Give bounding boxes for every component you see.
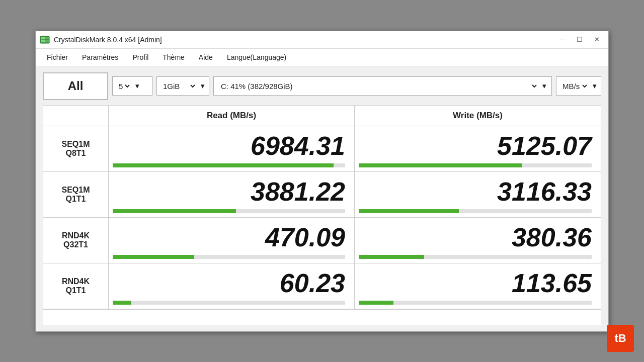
unit-select-container[interactable]: MB/s GB/s IOPS μs ▾ — [556, 76, 601, 96]
unit-chevron-icon: ▾ — [593, 81, 597, 90]
count-select[interactable]: 1 3 5 9 — [117, 81, 131, 91]
drive-chevron-icon: ▾ — [542, 81, 546, 90]
row-0-read-value: 6984.31 — [251, 132, 345, 160]
count-chevron-icon: ▾ — [135, 81, 139, 90]
row-1-label: SEQ1M Q1T1 — [43, 172, 109, 217]
drive-select-container[interactable]: C: 41% (382/928GiB) ▾ — [213, 76, 552, 96]
status-bar — [43, 309, 601, 325]
header-read: Read (MB/s) — [109, 106, 355, 126]
controls-row: All 1 3 5 9 ▾ 512MiB 1GiB 2GiB 4GiB 8GiB — [43, 72, 601, 100]
size-select[interactable]: 512MiB 1GiB 2GiB 4GiB 8GiB — [161, 81, 197, 91]
row-1-read-bar — [113, 209, 236, 213]
row-3-write: 113.65 — [355, 263, 601, 309]
size-select-container[interactable]: 512MiB 1GiB 2GiB 4GiB 8GiB ▾ — [156, 76, 209, 96]
window-title: CrystalDiskMark 8.0.4 x64 [Admin] — [54, 36, 162, 44]
row-2-read-bar — [113, 255, 194, 259]
menu-parametres[interactable]: Paramètres — [75, 51, 125, 64]
row-0-label: SEQ1M Q8T1 — [43, 126, 109, 171]
row-2-read-bar-container — [113, 255, 345, 259]
table-row: RND4K Q32T1 470.09 380.36 — [43, 218, 601, 263]
unit-select[interactable]: MB/s GB/s IOPS μs — [560, 81, 589, 91]
row-2-write: 380.36 — [355, 218, 601, 263]
menu-fichier[interactable]: Fichier — [40, 51, 75, 64]
minimize-button[interactable]: — — [555, 34, 570, 45]
size-chevron-icon: ▾ — [201, 81, 205, 90]
menu-theme[interactable]: Thème — [155, 51, 192, 64]
row-2-write-bar-container — [359, 255, 592, 259]
row-3-label: RND4K Q1T1 — [43, 263, 109, 309]
header-label — [43, 106, 109, 126]
app-window: CrystalDiskMark 8.0.4 x64 [Admin] — ☐ ✕ … — [35, 31, 609, 332]
row-3-read-value: 60.23 — [280, 269, 345, 298]
row-0-read-bar — [113, 163, 334, 167]
row-1-read: 3881.22 — [109, 172, 355, 217]
row-3-read: 60.23 — [109, 263, 355, 309]
menu-bar: Fichier Paramètres Profil Thème Aide Lan… — [36, 49, 608, 66]
count-select-container[interactable]: 1 3 5 9 ▾ — [112, 76, 152, 96]
maximize-button[interactable]: ☐ — [572, 34, 587, 45]
header-write: Write (MB/s) — [355, 106, 601, 126]
row-0-write-bar — [359, 163, 522, 167]
title-bar: CrystalDiskMark 8.0.4 x64 [Admin] — ☐ ✕ — [36, 31, 608, 49]
results-table: Read (MB/s) Write (MB/s) SEQ1M Q8T1 6984… — [43, 105, 601, 309]
row-0-write-value: 5125.07 — [497, 132, 592, 160]
row-2-read: 470.09 — [109, 218, 355, 263]
all-button[interactable]: All — [43, 72, 108, 100]
row-2-label: RND4K Q32T1 — [43, 218, 109, 263]
main-content: All 1 3 5 9 ▾ 512MiB 1GiB 2GiB 4GiB 8GiB — [36, 66, 608, 331]
row-3-read-bar — [113, 301, 131, 305]
row-3-write-bar-container — [359, 301, 592, 305]
row-3-read-bar-container — [113, 301, 345, 305]
row-0-write-bar-container — [359, 163, 592, 167]
menu-profil[interactable]: Profil — [125, 51, 155, 64]
table-row: RND4K Q1T1 60.23 113.65 — [43, 263, 601, 309]
title-bar-left: CrystalDiskMark 8.0.4 x64 [Admin] — [40, 35, 162, 45]
row-1-read-value: 3881.22 — [251, 177, 345, 206]
table-row: SEQ1M Q1T1 3881.22 3116.33 — [43, 172, 601, 218]
row-0-read-bar-container — [113, 163, 345, 167]
row-0-write: 5125.07 — [355, 126, 601, 171]
table-header: Read (MB/s) Write (MB/s) — [43, 106, 601, 126]
row-3-write-bar — [359, 301, 393, 305]
close-button[interactable]: ✕ — [589, 34, 604, 45]
row-2-write-bar — [359, 255, 424, 259]
cdm-icon — [40, 35, 50, 45]
menu-aide[interactable]: Aide — [192, 51, 220, 64]
row-1-read-bar-container — [113, 209, 345, 213]
row-1-write-value: 3116.33 — [497, 177, 592, 206]
row-2-read-value: 470.09 — [265, 223, 345, 252]
table-row: SEQ1M Q8T1 6984.31 5125.07 — [43, 126, 601, 172]
row-1-write: 3116.33 — [355, 172, 601, 217]
drive-select[interactable]: C: 41% (382/928GiB) — [219, 81, 538, 91]
row-1-write-bar-container — [359, 209, 592, 213]
svg-rect-3 — [41, 39, 49, 40]
row-0-read: 6984.31 — [109, 126, 355, 171]
title-controls: — ☐ ✕ — [555, 34, 604, 45]
row-2-write-value: 380.36 — [512, 223, 592, 252]
menu-langue[interactable]: Langue(Language) — [220, 51, 293, 64]
watermark-badge: tB — [607, 325, 634, 352]
row-3-write-value: 113.65 — [512, 269, 592, 298]
row-1-write-bar — [359, 209, 459, 213]
